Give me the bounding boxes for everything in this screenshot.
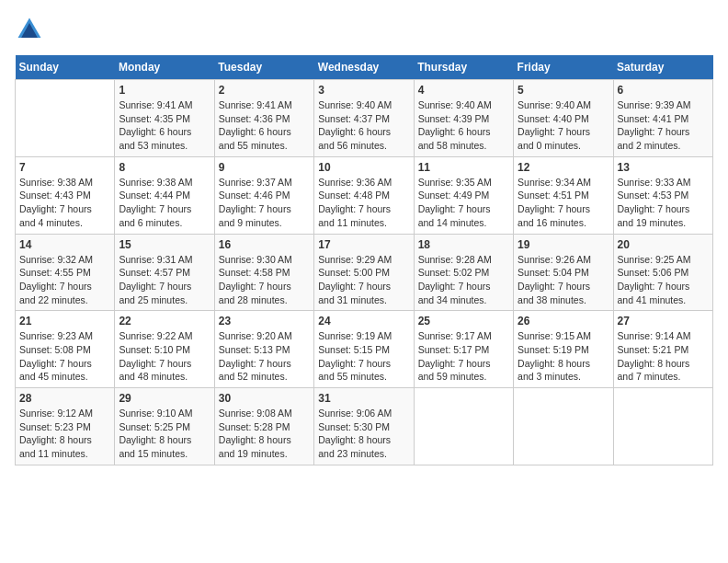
calendar-week-row: 21Sunrise: 9:23 AM Sunset: 5:08 PM Dayli… (16, 311, 713, 388)
day-info: Sunrise: 9:14 AM Sunset: 5:21 PM Dayligh… (618, 329, 709, 384)
day-info: Sunrise: 9:17 AM Sunset: 5:17 PM Dayligh… (418, 329, 509, 384)
logo-icon (15, 15, 44, 44)
day-info: Sunrise: 9:34 AM Sunset: 4:51 PM Dayligh… (518, 176, 609, 230)
day-number: 11 (418, 161, 509, 174)
calendar-day-cell: 25Sunrise: 9:17 AM Sunset: 5:17 PM Dayli… (414, 311, 513, 388)
day-number: 8 (119, 161, 210, 174)
day-number: 3 (318, 84, 409, 97)
calendar-day-cell: 18Sunrise: 9:28 AM Sunset: 5:02 PM Dayli… (414, 234, 513, 311)
calendar-week-row: 14Sunrise: 9:32 AM Sunset: 4:55 PM Dayli… (16, 234, 713, 311)
day-info: Sunrise: 9:10 AM Sunset: 5:25 PM Dayligh… (119, 407, 210, 461)
day-info: Sunrise: 9:38 AM Sunset: 4:43 PM Dayligh… (19, 176, 110, 230)
day-info: Sunrise: 9:35 AM Sunset: 4:49 PM Dayligh… (418, 176, 509, 230)
day-info: Sunrise: 9:37 AM Sunset: 4:46 PM Dayligh… (219, 176, 310, 230)
calendar-day-cell (514, 388, 613, 465)
calendar-day-cell: 19Sunrise: 9:26 AM Sunset: 5:04 PM Dayli… (514, 234, 613, 311)
calendar-day-cell: 14Sunrise: 9:32 AM Sunset: 4:55 PM Dayli… (16, 234, 115, 311)
calendar-body: 1Sunrise: 9:41 AM Sunset: 4:35 PM Daylig… (16, 80, 713, 465)
calendar-day-cell: 13Sunrise: 9:33 AM Sunset: 4:53 PM Dayli… (613, 156, 712, 234)
day-number: 10 (318, 161, 409, 174)
page-header (15, 15, 713, 44)
day-info: Sunrise: 9:22 AM Sunset: 5:10 PM Dayligh… (119, 329, 210, 384)
calendar-day-cell: 16Sunrise: 9:30 AM Sunset: 4:58 PM Dayli… (214, 234, 313, 311)
calendar-day-cell: 8Sunrise: 9:38 AM Sunset: 4:44 PM Daylig… (115, 156, 214, 234)
calendar-day-cell: 15Sunrise: 9:31 AM Sunset: 4:57 PM Dayli… (115, 234, 214, 311)
header-row: SundayMondayTuesdayWednesdayThursdayFrid… (16, 55, 713, 80)
day-number: 19 (518, 238, 609, 251)
day-number: 30 (219, 392, 310, 405)
day-info: Sunrise: 9:26 AM Sunset: 5:04 PM Dayligh… (518, 253, 609, 307)
day-info: Sunrise: 9:25 AM Sunset: 5:06 PM Dayligh… (618, 253, 709, 307)
day-number: 25 (418, 315, 509, 327)
day-number: 22 (119, 315, 210, 327)
day-number: 15 (119, 238, 210, 251)
day-info: Sunrise: 9:29 AM Sunset: 5:00 PM Dayligh… (318, 253, 409, 307)
day-info: Sunrise: 9:23 AM Sunset: 5:08 PM Dayligh… (19, 329, 110, 384)
calendar-day-cell: 29Sunrise: 9:10 AM Sunset: 5:25 PM Dayli… (115, 388, 214, 465)
day-info: Sunrise: 9:08 AM Sunset: 5:28 PM Dayligh… (219, 407, 310, 461)
header-day: Friday (514, 55, 613, 80)
day-number: 18 (418, 238, 509, 251)
calendar-day-cell: 17Sunrise: 9:29 AM Sunset: 5:00 PM Dayli… (314, 234, 414, 311)
calendar-day-cell: 5Sunrise: 9:40 AM Sunset: 4:40 PM Daylig… (514, 80, 613, 157)
day-number: 1 (119, 84, 210, 97)
calendar-day-cell: 21Sunrise: 9:23 AM Sunset: 5:08 PM Dayli… (16, 311, 115, 388)
day-number: 4 (418, 84, 509, 97)
day-number: 21 (19, 315, 110, 327)
day-number: 28 (19, 392, 110, 405)
logo (15, 15, 48, 44)
day-number: 26 (518, 315, 609, 327)
day-number: 17 (318, 238, 409, 251)
day-info: Sunrise: 9:39 AM Sunset: 4:41 PM Dayligh… (618, 98, 709, 153)
calendar-day-cell: 20Sunrise: 9:25 AM Sunset: 5:06 PM Dayli… (613, 234, 712, 311)
day-info: Sunrise: 9:33 AM Sunset: 4:53 PM Dayligh… (618, 176, 709, 230)
day-number: 5 (518, 84, 609, 97)
day-number: 23 (219, 315, 310, 327)
calendar-day-cell: 1Sunrise: 9:41 AM Sunset: 4:35 PM Daylig… (115, 80, 214, 157)
day-info: Sunrise: 9:32 AM Sunset: 4:55 PM Dayligh… (19, 253, 110, 307)
day-info: Sunrise: 9:12 AM Sunset: 5:23 PM Dayligh… (19, 407, 110, 461)
header-day: Saturday (613, 55, 712, 80)
day-number: 2 (219, 84, 310, 97)
header-day: Wednesday (314, 55, 414, 80)
day-number: 24 (318, 315, 409, 327)
day-number: 7 (19, 161, 110, 174)
day-number: 29 (119, 392, 210, 405)
calendar-day-cell: 28Sunrise: 9:12 AM Sunset: 5:23 PM Dayli… (16, 388, 115, 465)
day-number: 27 (618, 315, 709, 327)
calendar-day-cell: 26Sunrise: 9:15 AM Sunset: 5:19 PM Dayli… (514, 311, 613, 388)
day-info: Sunrise: 9:28 AM Sunset: 5:02 PM Dayligh… (418, 253, 509, 307)
day-number: 20 (618, 238, 709, 251)
calendar-day-cell: 2Sunrise: 9:41 AM Sunset: 4:36 PM Daylig… (214, 80, 313, 157)
day-info: Sunrise: 9:19 AM Sunset: 5:15 PM Dayligh… (318, 329, 409, 384)
calendar-day-cell: 12Sunrise: 9:34 AM Sunset: 4:51 PM Dayli… (514, 156, 613, 234)
day-number: 16 (219, 238, 310, 251)
header-day: Tuesday (214, 55, 313, 80)
day-number: 9 (219, 161, 310, 174)
header-day: Sunday (16, 55, 115, 80)
calendar-day-cell: 11Sunrise: 9:35 AM Sunset: 4:49 PM Dayli… (414, 156, 513, 234)
calendar-day-cell: 27Sunrise: 9:14 AM Sunset: 5:21 PM Dayli… (613, 311, 712, 388)
day-info: Sunrise: 9:31 AM Sunset: 4:57 PM Dayligh… (119, 253, 210, 307)
calendar-header: SundayMondayTuesdayWednesdayThursdayFrid… (16, 55, 713, 80)
calendar-day-cell (414, 388, 513, 465)
day-number: 14 (19, 238, 110, 251)
calendar-day-cell: 7Sunrise: 9:38 AM Sunset: 4:43 PM Daylig… (16, 156, 115, 234)
day-number: 31 (318, 392, 409, 405)
calendar-week-row: 7Sunrise: 9:38 AM Sunset: 4:43 PM Daylig… (16, 156, 713, 234)
day-info: Sunrise: 9:40 AM Sunset: 4:39 PM Dayligh… (418, 98, 509, 153)
day-number: 12 (518, 161, 609, 174)
day-info: Sunrise: 9:20 AM Sunset: 5:13 PM Dayligh… (219, 329, 310, 384)
day-info: Sunrise: 9:40 AM Sunset: 4:40 PM Dayligh… (518, 98, 609, 153)
day-info: Sunrise: 9:41 AM Sunset: 4:35 PM Dayligh… (119, 98, 210, 153)
calendar-day-cell: 4Sunrise: 9:40 AM Sunset: 4:39 PM Daylig… (414, 80, 513, 157)
day-info: Sunrise: 9:38 AM Sunset: 4:44 PM Dayligh… (119, 176, 210, 230)
day-number: 13 (618, 161, 709, 174)
day-info: Sunrise: 9:41 AM Sunset: 4:36 PM Dayligh… (219, 98, 310, 153)
calendar-day-cell: 22Sunrise: 9:22 AM Sunset: 5:10 PM Dayli… (115, 311, 214, 388)
calendar-day-cell (613, 388, 712, 465)
day-info: Sunrise: 9:36 AM Sunset: 4:48 PM Dayligh… (318, 176, 409, 230)
calendar-day-cell: 23Sunrise: 9:20 AM Sunset: 5:13 PM Dayli… (214, 311, 313, 388)
calendar-table: SundayMondayTuesdayWednesdayThursdayFrid… (15, 55, 713, 465)
day-info: Sunrise: 9:30 AM Sunset: 4:58 PM Dayligh… (219, 253, 310, 307)
